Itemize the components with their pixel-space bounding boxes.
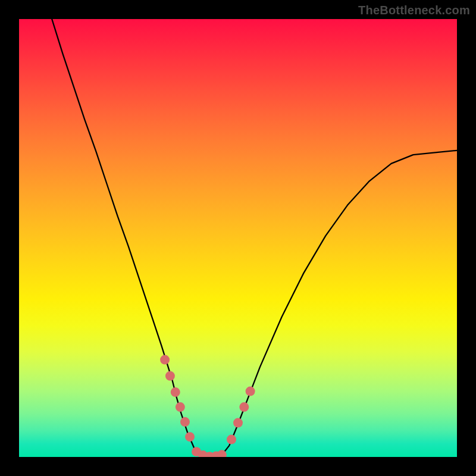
marker-dot	[180, 417, 190, 427]
marker-dot	[165, 371, 175, 381]
gradient-plot-area	[19, 19, 457, 457]
marker-dot	[160, 355, 170, 365]
marker-dot	[233, 418, 243, 428]
marker-dot	[239, 402, 249, 412]
marker-dot	[227, 435, 236, 444]
marker-dot	[185, 432, 195, 441]
marker-dot	[171, 387, 180, 397]
marker-dot	[176, 402, 185, 412]
figure-frame: TheBottleneck.com	[0, 0, 476, 476]
marker-layer	[160, 355, 255, 457]
chart-svg	[19, 19, 457, 457]
marker-dot	[246, 387, 255, 396]
watermark-label: TheBottleneck.com	[358, 4, 470, 17]
